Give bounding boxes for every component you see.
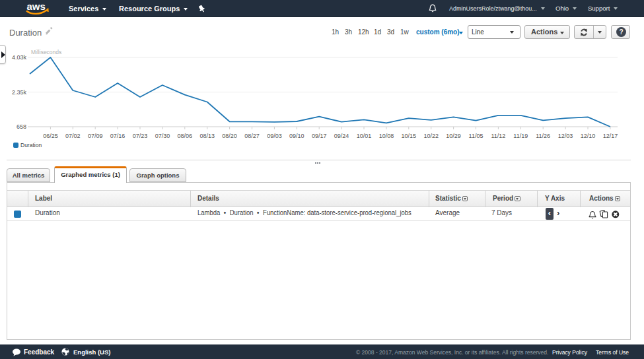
svg-text:12/10: 12/10 (581, 133, 596, 139)
svg-text:07/30: 07/30 (155, 133, 170, 139)
svg-text:10/15: 10/15 (402, 133, 417, 139)
svg-text:10/22: 10/22 (423, 133, 439, 139)
svg-text:2.35k: 2.35k (12, 89, 27, 96)
svg-text:07/09: 07/09 (88, 133, 103, 139)
svg-text:09/17: 09/17 (312, 133, 327, 139)
svg-text:4.03k: 4.03k (12, 54, 27, 61)
svg-text:658: 658 (17, 123, 26, 130)
svg-text:08/13: 08/13 (199, 133, 215, 139)
svg-text:12/03: 12/03 (558, 133, 573, 139)
svg-text:09/03: 09/03 (267, 133, 282, 139)
svg-text:11/26: 11/26 (536, 133, 550, 139)
svg-text:10/08: 10/08 (379, 133, 394, 139)
svg-text:07/16: 07/16 (110, 133, 125, 139)
svg-text:09/10: 09/10 (289, 133, 304, 139)
svg-text:09/24: 09/24 (334, 133, 349, 139)
svg-text:Milliseconds: Milliseconds (31, 49, 61, 55)
svg-text:08/06: 08/06 (178, 133, 193, 139)
svg-text:07/02: 07/02 (65, 133, 81, 139)
svg-text:10/01: 10/01 (357, 133, 372, 139)
svg-text:08/20: 08/20 (222, 133, 237, 139)
svg-text:08/27: 08/27 (244, 133, 260, 139)
svg-text:11/12: 11/12 (491, 133, 505, 139)
svg-text:11/05: 11/05 (469, 133, 483, 139)
svg-text:aws: aws (27, 1, 46, 12)
svg-text:11/19: 11/19 (513, 133, 528, 139)
svg-text:10/29: 10/29 (446, 133, 461, 139)
svg-text:12/17: 12/17 (603, 133, 618, 139)
svg-text:07/23: 07/23 (133, 133, 148, 139)
svg-text:06/25: 06/25 (43, 133, 58, 139)
